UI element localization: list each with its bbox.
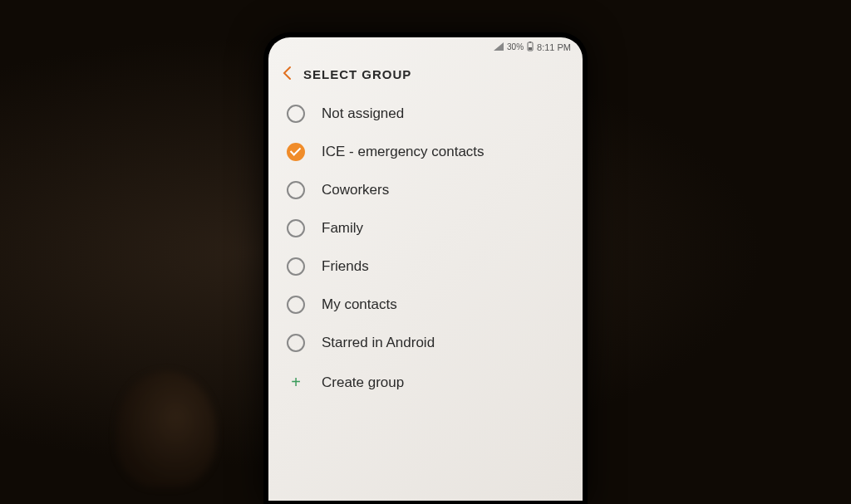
group-label: Family <box>322 220 363 237</box>
radio-icon <box>287 257 305 276</box>
group-label: Not assigned <box>322 105 404 122</box>
plus-icon: + <box>287 374 305 392</box>
create-group-button[interactable]: + Create group <box>268 362 583 404</box>
radio-checked-icon <box>287 143 305 161</box>
clock-time: 8:11 PM <box>537 42 571 52</box>
battery-percent: 30% <box>507 42 524 51</box>
svg-rect-2 <box>529 47 532 50</box>
group-label: Coworkers <box>322 182 389 198</box>
radio-icon <box>287 296 305 314</box>
group-label: My contacts <box>322 296 397 313</box>
group-item-my-contacts[interactable]: My contacts <box>268 286 583 324</box>
phone-frame: 30% 8:11 PM SELECT GROUP Not assigned IC… <box>263 32 588 505</box>
phone-screen: 30% 8:11 PM SELECT GROUP Not assigned IC… <box>268 37 583 501</box>
signal-icon <box>494 42 504 52</box>
group-item-not-assigned[interactable]: Not assigned <box>268 95 583 133</box>
page-title: SELECT GROUP <box>303 67 411 81</box>
back-chevron-icon <box>282 66 292 81</box>
group-label: Friends <box>322 258 369 275</box>
back-button[interactable] <box>282 66 292 83</box>
group-item-friends[interactable]: Friends <box>268 247 583 286</box>
thumb-shadow <box>116 371 216 487</box>
radio-icon <box>287 219 305 237</box>
group-item-ice[interactable]: ICE - emergency contacts <box>268 133 583 171</box>
radio-icon <box>287 181 305 199</box>
group-list: Not assigned ICE - emergency contacts Co… <box>268 95 583 404</box>
group-item-family[interactable]: Family <box>268 209 583 247</box>
group-label: ICE - emergency contacts <box>322 144 485 160</box>
svg-rect-1 <box>529 42 531 43</box>
battery-icon <box>527 42 534 53</box>
group-item-starred[interactable]: Starred in Android <box>268 324 583 362</box>
radio-icon <box>287 105 305 123</box>
radio-icon <box>287 334 305 352</box>
group-item-coworkers[interactable]: Coworkers <box>268 171 583 209</box>
group-label: Starred in Android <box>322 335 435 351</box>
create-group-label: Create group <box>322 374 404 391</box>
status-bar: 30% 8:11 PM <box>268 37 583 57</box>
header: SELECT GROUP <box>268 57 583 95</box>
